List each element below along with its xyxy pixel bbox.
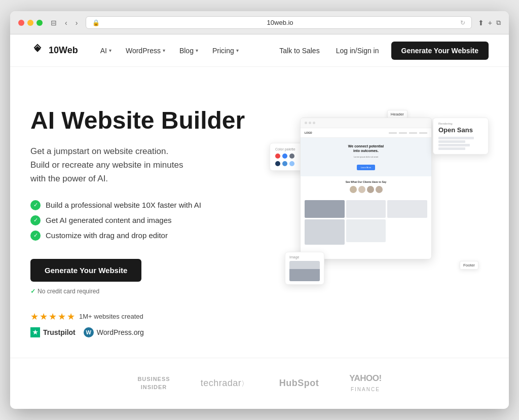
maximize-button[interactable] <box>36 20 43 26</box>
nav-menu: AI ▾ WordPress ▾ Blog ▾ Pricing ▾ <box>94 43 276 59</box>
feature-item-2: ✓ Get AI generated content and images <box>30 215 249 225</box>
generate-website-button-hero[interactable]: Generate Your Website <box>30 259 141 282</box>
trust-badges-row: ★ Trustpilot W WordPress.org <box>30 327 249 337</box>
star-5: ★ <box>67 311 75 322</box>
type-variant-3 <box>438 144 470 146</box>
mockup-dot-3 <box>313 122 315 124</box>
feature-item-3: ✓ Customize with drag and drop editor <box>30 231 249 241</box>
share-icon[interactable]: ⬆ <box>478 19 484 27</box>
trustpilot-label: Trustpilot <box>43 328 76 336</box>
mockup-hero-sub: Lorem ipsum dolor sit amet <box>305 156 427 158</box>
sidebar-toggle-icon[interactable]: ⊟ <box>49 18 59 28</box>
trustpilot-badge[interactable]: ★ Trustpilot <box>30 327 76 337</box>
star-4: ★ <box>58 311 66 322</box>
mockup-avatar-3 <box>367 186 374 193</box>
feature-text-2: Get AI generated content and images <box>46 216 172 224</box>
feature-text-3: Customize with drag and drop editor <box>46 231 168 240</box>
swatch-dark <box>275 161 280 166</box>
browser-nav-controls: ⊟ ‹ › <box>49 18 80 28</box>
mockup-cta-button: Learn More <box>357 165 375 170</box>
nav-label-wordpress: WordPress <box>126 47 161 55</box>
login-link[interactable]: Log in/Sign in <box>332 43 383 59</box>
check-icon-3: ✓ <box>30 231 41 241</box>
mockup-browser-bar <box>301 118 431 128</box>
close-button[interactable] <box>18 20 24 26</box>
logo-text: 10Web <box>49 45 78 56</box>
ratings-row: ★ ★ ★ ★ ★ 1M+ websites created <box>30 311 249 322</box>
talk-to-sales-link[interactable]: Talk to Sales <box>275 43 323 59</box>
hero-subtitle-line1: Get a jumpstart on website creation. <box>30 146 168 156</box>
star-2: ★ <box>40 311 48 322</box>
mockup-avatars <box>305 186 427 193</box>
check-icon-1: ✓ <box>30 200 41 210</box>
wordpress-badge[interactable]: W WordPress.org <box>84 327 144 337</box>
mockup-img-5 <box>346 219 386 242</box>
mockup-hero-title: We connect potentialinto outcomes. <box>305 144 427 153</box>
chevron-down-icon: ▾ <box>236 48 239 53</box>
hubspot-logo: HubSpot <box>279 378 319 389</box>
image-thumbnail <box>289 261 320 281</box>
no-credit-text: No credit card required <box>38 288 99 295</box>
checkmark-icon: ✓ <box>30 288 35 295</box>
generate-website-button-nav[interactable]: Generate Your Website <box>391 42 489 60</box>
forward-icon[interactable]: › <box>73 18 80 28</box>
security-icon: 🔒 <box>92 19 100 26</box>
feature-text-1: Build a professional website 10X faster … <box>46 201 201 209</box>
tabs-icon[interactable]: ⧉ <box>496 19 501 27</box>
hero-section: AI Website Builder Get a jumpstart on we… <box>10 67 509 357</box>
mockup-clients-title: See What Our Clients Have to Say <box>305 180 427 183</box>
swatch-mid <box>282 161 287 166</box>
refresh-icon[interactable]: ↻ <box>460 19 465 26</box>
footer-annotation-label: Footer <box>460 261 478 270</box>
swatch-blue <box>282 154 287 159</box>
website-mockup: LOGO We connect potentialinto outcomes. … <box>300 118 432 259</box>
nav-label-pricing: Pricing <box>212 47 234 55</box>
address-bar[interactable]: 🔒 10web.io ↻ <box>86 16 471 29</box>
wordpress-label: WordPress.org <box>97 328 144 336</box>
nav-item-ai[interactable]: AI ▾ <box>94 43 118 59</box>
mockup-nav-2 <box>399 132 407 134</box>
trustpilot-icon: ★ <box>30 327 40 337</box>
swatch-gray <box>289 154 294 159</box>
image-panel: Image <box>285 252 324 285</box>
hero-subtitle-line3: with the power of AI. <box>30 174 108 183</box>
mockup-img-4 <box>305 219 345 245</box>
nav-item-blog[interactable]: Blog ▾ <box>173 43 204 59</box>
mockup-img-3 <box>387 200 427 218</box>
hero-subtitle-line2: Build or recreate any website in minutes <box>30 160 183 170</box>
typography-rendering-label: Rendering <box>438 122 483 125</box>
logos-section: BUSINESSINSIDER techradar〉 HubSpot YAHOO… <box>10 358 509 409</box>
new-tab-icon[interactable]: + <box>488 19 492 27</box>
type-variant-2 <box>438 140 465 143</box>
mockup-avatar-2 <box>358 186 365 193</box>
nav-item-pricing[interactable]: Pricing ▾ <box>206 43 245 59</box>
website-content: 10Web AI ▾ WordPress ▾ Blog ▾ Pricing <box>10 34 509 408</box>
logo[interactable]: 10Web <box>30 44 78 58</box>
hero-content-left: AI Website Builder Get a jumpstart on we… <box>30 97 249 337</box>
back-icon[interactable]: ‹ <box>63 18 69 28</box>
techradar-logo: techradar〉 <box>201 378 249 389</box>
swatch-light <box>289 161 294 166</box>
social-proof-section: ★ ★ ★ ★ ★ 1M+ websites created ★ Trustpi… <box>30 311 249 337</box>
hero-subtitle: Get a jumpstart on website creation. Bui… <box>30 144 249 186</box>
websites-count: 1M+ websites created <box>79 313 143 320</box>
wordpress-icon: W <box>84 327 94 337</box>
star-1: ★ <box>30 311 39 322</box>
mockup-images-grid <box>301 197 431 248</box>
mockup-avatar-4 <box>376 186 383 193</box>
type-variant-1 <box>438 137 474 139</box>
typography-panel: Rendering Open Sans <box>433 118 489 155</box>
browser-action-buttons: ⬆ + ⧉ <box>478 19 501 27</box>
star-rating: ★ ★ ★ ★ ★ <box>30 311 75 322</box>
nav-item-wordpress[interactable]: WordPress ▾ <box>120 43 171 59</box>
mockup-nav-1 <box>389 132 397 134</box>
image-panel-label: Image <box>289 255 320 259</box>
nav-right: Talk to Sales Log in/Sign in Generate Yo… <box>275 42 489 60</box>
browser-window: ⊟ ‹ › 🔒 10web.io ↻ ⬆ + ⧉ 10Web <box>10 11 509 408</box>
chevron-down-icon: ▾ <box>109 48 112 53</box>
hero-title: AI Website Builder <box>30 107 249 134</box>
minimize-button[interactable] <box>27 20 33 26</box>
chevron-down-icon: ▾ <box>163 48 165 53</box>
browser-titlebar: ⊟ ‹ › 🔒 10web.io ↻ ⬆ + ⧉ <box>10 11 509 34</box>
navbar: 10Web AI ▾ WordPress ▾ Blog ▾ Pricing <box>10 34 509 67</box>
